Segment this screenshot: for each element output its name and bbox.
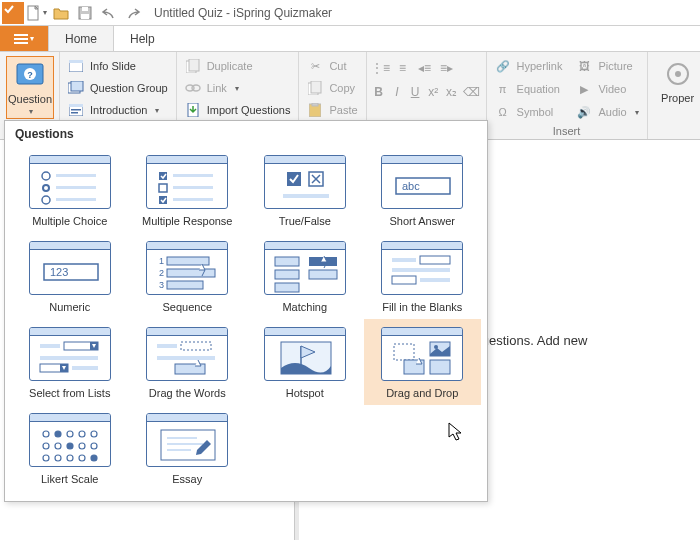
clear-format-icon[interactable]: ⌫ [464,84,480,100]
svg-rect-33 [56,186,96,189]
svg-point-32 [44,186,48,190]
tab-row: ▾ Home Help [0,26,700,52]
qtype-drag-drop[interactable]: Drag and Drop [364,319,482,405]
svg-point-92 [91,443,97,449]
svg-rect-30 [56,174,96,177]
qtype-essay[interactable]: Essay [129,405,247,491]
svg-rect-58 [309,270,337,279]
svg-rect-16 [71,109,81,111]
svg-point-87 [91,431,97,437]
question-label: Question [8,93,52,105]
svg-rect-13 [71,81,83,91]
svg-rect-17 [71,112,78,114]
svg-point-90 [67,443,73,449]
equation-button[interactable]: πEquation [493,79,565,99]
svg-point-84 [55,431,61,437]
import-questions-button[interactable]: Import Questions [183,100,293,120]
svg-point-95 [67,455,73,461]
svg-rect-39 [173,186,213,189]
superscript-icon[interactable]: x² [427,84,439,100]
save-icon[interactable] [74,2,96,24]
bold-icon[interactable]: B [373,84,385,100]
redo-icon[interactable] [122,2,144,24]
svg-point-29 [42,172,50,180]
svg-point-28 [675,71,681,77]
numbering-icon[interactable]: ≡ [395,60,411,76]
qtype-select-lists[interactable]: Select from Lists [11,319,129,405]
copy-button[interactable]: Copy [305,78,359,98]
svg-rect-35 [56,198,96,201]
svg-rect-50 [167,257,209,265]
outdent-icon[interactable]: ◂≡ [417,60,433,76]
svg-point-93 [43,455,49,461]
hyperlink-button[interactable]: 🔗Hyperlink [493,56,565,76]
svg-rect-61 [420,256,450,264]
qtype-numeric[interactable]: 123 Numeric [11,233,129,319]
svg-text:1: 1 [159,256,164,266]
svg-rect-4 [14,34,28,36]
svg-point-91 [79,443,85,449]
svg-rect-11 [69,60,83,63]
svg-rect-54 [167,281,203,289]
svg-rect-62 [392,268,450,272]
qtype-true-false[interactable]: True/False [246,147,364,233]
qtype-multiple-response[interactable]: Multiple Response [129,147,247,233]
svg-rect-65 [40,344,60,348]
duplicate-button[interactable]: Duplicate [183,56,293,76]
svg-text:abc: abc [402,180,420,192]
qtype-multiple-choice[interactable]: Multiple Choice [11,147,129,233]
paste-button[interactable]: Paste [305,100,359,120]
tab-help[interactable]: Help [114,26,172,51]
qtype-matching[interactable]: Matching [246,233,364,319]
video-button[interactable]: ▶Video [574,79,640,99]
underline-icon[interactable]: U [409,84,421,100]
svg-rect-2 [82,7,88,11]
svg-rect-59 [275,283,299,292]
question-button[interactable]: ? Question ▾ [6,56,54,119]
open-icon[interactable] [50,2,72,24]
cut-button[interactable]: ✂Cut [305,56,359,76]
svg-rect-72 [157,344,177,348]
picture-button[interactable]: 🖼Picture [574,56,640,76]
svg-point-96 [79,455,85,461]
link-button[interactable]: Link▾ [183,78,293,98]
italic-icon[interactable]: I [391,84,403,100]
properties-button[interactable]: Proper [654,56,700,106]
svg-rect-19 [189,59,199,71]
subscript-icon[interactable]: x₂ [445,84,457,100]
introduction-button[interactable]: Introduction▾ [66,100,170,120]
info-slide-button[interactable]: Info Slide [66,56,170,76]
new-file-icon[interactable]: ▾ [26,2,48,24]
bullets-icon[interactable]: ⋮≡ [373,60,389,76]
svg-text:123: 123 [50,266,68,278]
view-menu-button[interactable]: ▾ [0,26,48,51]
svg-rect-74 [157,356,215,360]
qtype-fill-blanks[interactable]: Fill in the Blanks [364,233,482,319]
question-group-button[interactable]: Question Group [66,78,170,98]
undo-icon[interactable] [98,2,120,24]
audio-button[interactable]: 🔊Audio▾ [574,102,640,122]
qtype-sequence[interactable]: 123 Sequence [129,233,247,319]
indent-icon[interactable]: ≡▸ [439,60,455,76]
tab-home[interactable]: Home [48,26,114,51]
app-icon[interactable] [2,2,24,24]
svg-point-34 [42,196,50,204]
svg-point-86 [79,431,85,437]
svg-rect-24 [311,81,321,93]
svg-rect-44 [283,194,329,198]
svg-rect-63 [392,276,416,284]
svg-point-97 [91,455,97,461]
svg-rect-73 [181,342,211,350]
dropdown-header: Questions [5,121,487,143]
symbol-button[interactable]: ΩSymbol [493,102,565,122]
qtype-short-answer[interactable]: abc Short Answer [364,147,482,233]
svg-point-88 [43,443,49,449]
qtype-drag-words[interactable]: Drag the Words [129,319,247,405]
svg-rect-68 [40,356,98,360]
svg-text:3: 3 [159,280,164,290]
svg-rect-60 [392,258,416,262]
qtype-hotspot[interactable]: Hotspot [246,319,364,405]
qtype-likert[interactable]: Likert Scale [11,405,129,491]
svg-rect-57 [275,270,299,279]
svg-rect-6 [14,42,28,44]
